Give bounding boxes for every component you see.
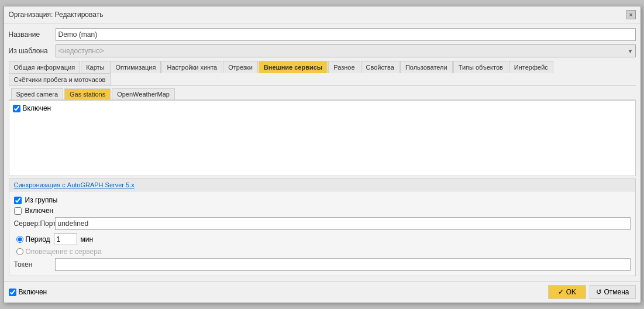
tab-counters[interactable]: Счётчики пробега и моточасов (9, 73, 111, 85)
from-group-label: Из группы (25, 196, 58, 204)
sync-panel-header[interactable]: Синхронизация с AutoGRAPH Server 5.x (9, 179, 635, 191)
period-radio[interactable] (16, 236, 23, 243)
token-row: Токен (14, 258, 631, 271)
footer-enabled-label: Включен (19, 288, 47, 296)
tab-general[interactable]: Общая информация (9, 61, 81, 73)
main-dialog: Организация: Редактировать × Название Из… (4, 6, 641, 303)
dialog-title: Организация: Редактировать (9, 11, 104, 19)
period-unit: мин (81, 235, 94, 243)
tab-users[interactable]: Пользователи (400, 61, 453, 73)
token-label: Токен (14, 260, 55, 269)
sync-panel-content: Из группы Включен Сервер:Порт Период (9, 191, 635, 276)
tab-hint[interactable]: Настройки хинта (161, 61, 222, 73)
period-row: Период мин (14, 234, 631, 245)
ok-button[interactable]: ✓ OK (548, 285, 586, 299)
server-label: Сервер:Порт (14, 219, 55, 228)
name-row: Название (9, 28, 636, 41)
cancel-button[interactable]: ↺ Отмена (590, 285, 635, 299)
enabled-row-sync: Включен (14, 207, 631, 215)
close-button[interactable]: × (626, 10, 636, 19)
name-label: Название (9, 30, 56, 39)
notification-label: Оповещение с сервера (26, 248, 102, 256)
template-label: Из шаблона (9, 47, 56, 55)
notification-radio-group: Оповещение с сервера (16, 248, 102, 256)
sub-tab-openweather[interactable]: OpenWeatherMap (112, 88, 175, 99)
sub-tab-gas-stations[interactable]: Gas stations (64, 88, 111, 99)
period-radio-group: Период (16, 235, 50, 243)
from-group-row: Из группы (14, 196, 631, 204)
tab-maps[interactable]: Карты (81, 61, 109, 73)
sync-panel: Синхронизация с AutoGRAPH Server 5.x Из … (9, 178, 636, 276)
period-label: Период (26, 235, 50, 243)
period-input[interactable] (54, 234, 77, 245)
enabled-checkbox-sync[interactable] (14, 207, 22, 215)
name-input[interactable] (56, 28, 636, 41)
dialog-body: Название Из шаблона <недоступно> ▼ Общая… (4, 23, 640, 281)
tab-types[interactable]: Типы объектов (453, 61, 508, 73)
template-select-wrapper: <недоступно> ▼ (56, 44, 636, 57)
gas-stations-panel: Включен (9, 100, 636, 176)
footer-enabled-checkbox[interactable] (9, 289, 16, 296)
footer-buttons: ✓ OK ↺ Отмена (548, 285, 635, 299)
server-input[interactable] (55, 217, 631, 230)
notification-radio[interactable] (16, 248, 23, 255)
tab-segments[interactable]: Отрезки (223, 61, 258, 73)
titlebar: Организация: Редактировать × (4, 6, 640, 23)
server-row: Сервер:Порт (14, 217, 631, 230)
enabled-label-top: Включен (23, 104, 51, 112)
token-input[interactable] (55, 258, 631, 271)
tab-interface[interactable]: Интерфейс (509, 61, 553, 73)
enabled-checkbox-top[interactable] (13, 105, 20, 112)
tab-optimization[interactable]: Оптимизация (110, 61, 161, 73)
enabled-label-sync: Включен (25, 207, 54, 215)
from-group-checkbox[interactable] (14, 197, 22, 204)
template-select[interactable]: <недоступно> (56, 44, 636, 57)
sub-tab-speed-camera[interactable]: Speed camera (11, 88, 64, 99)
notification-row: Оповещение с сервера (14, 248, 631, 256)
sub-tabs: Speed camera Gas stations OpenWeatherMap (9, 86, 636, 100)
tab-misc[interactable]: Разное (328, 61, 360, 73)
dialog-footer: Включен ✓ OK ↺ Отмена (4, 281, 640, 303)
tab-properties[interactable]: Свойства (361, 61, 400, 73)
main-tabs: Общая информация Карты Оптимизация Настр… (9, 61, 636, 86)
template-row: Из шаблона <недоступно> ▼ (9, 44, 636, 57)
enabled-row-top: Включен (13, 104, 632, 112)
footer-enabled: Включен (9, 288, 47, 296)
tab-external[interactable]: Внешние сервисы (259, 61, 328, 73)
